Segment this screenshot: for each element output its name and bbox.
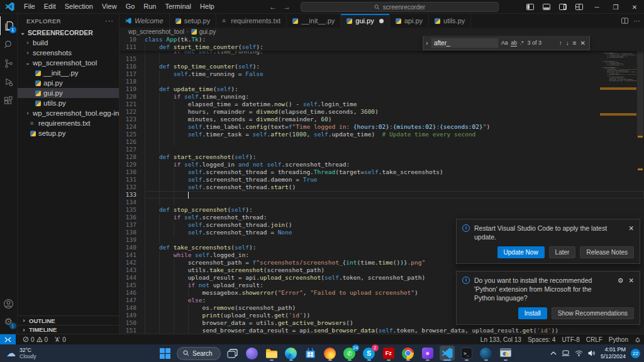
taskbar-copilot-icon[interactable] — [245, 346, 260, 361]
minimize-button[interactable]: ─ — [587, 0, 606, 14]
tree-item-wp_screenshot_tool.egg-info[interactable]: ›wp_screenshot_tool.egg-info — [18, 108, 119, 118]
customize-layout-icon[interactable] — [571, 0, 587, 14]
source-control-activity-icon[interactable] — [0, 54, 18, 73]
wifi-icon[interactable] — [575, 350, 583, 356]
tab-gui.py[interactable]: gui.py — [341, 14, 389, 28]
taskbar-task-view-icon[interactable] — [225, 346, 240, 361]
extensions-activity-icon[interactable] — [0, 92, 18, 111]
taskbar-edge-icon[interactable] — [284, 346, 299, 361]
indentation[interactable]: Spaces: 4 — [525, 336, 558, 343]
close-find-icon[interactable]: ✕ — [580, 40, 586, 47]
language-mode[interactable]: Python — [606, 336, 631, 343]
tree-item-api.py[interactable]: api.py — [18, 78, 119, 88]
explorer-actions-icon[interactable]: ··· — [105, 17, 114, 25]
update-now-button[interactable]: Update Now — [497, 246, 545, 258]
regex-icon[interactable]: .* — [520, 40, 524, 47]
taskbar-terminal-icon[interactable]: >_ — [459, 346, 474, 361]
minimap[interactable]: if not self.time_running: 115 116 def st… — [600, 36, 636, 224]
tray-device-icon[interactable] — [562, 350, 570, 356]
menu-terminal[interactable]: Terminal — [161, 0, 196, 13]
breadcrumb[interactable]: wp_screenshot_tool › gui.py — [119, 28, 644, 36]
taskbar-wallet-icon[interactable]: ☻ — [420, 346, 435, 361]
notifications-bell-icon[interactable] — [631, 336, 644, 343]
more-actions-icon[interactable]: ··· — [633, 17, 640, 25]
close-notification-icon[interactable]: ✕ — [628, 224, 634, 241]
taskbar-whatsapp-icon[interactable]: ✆ 24 — [342, 346, 357, 361]
taskbar-store-icon[interactable] — [303, 346, 318, 361]
find-input[interactable]: after_ — [431, 38, 499, 48]
tree-item-utils.py[interactable]: utils.py — [18, 98, 119, 108]
taskbar-firefox-icon[interactable] — [323, 346, 338, 361]
close-button[interactable]: ✕ — [625, 0, 644, 14]
tree-item-screenshots[interactable]: ›screenshots — [18, 48, 119, 58]
taskbar-skype-icon[interactable]: S 2 — [362, 346, 377, 361]
notification-settings-icon[interactable]: ⚙ — [618, 276, 623, 302]
menu-selection[interactable]: Selection — [60, 0, 97, 13]
tree-item-wp_screenshot_tool[interactable]: ⌄wp_screenshot_tool — [18, 58, 119, 68]
menu-view[interactable]: View — [97, 0, 121, 13]
close-notification-icon[interactable]: ✕ — [628, 276, 634, 302]
ports-indicator[interactable]: 0 — [51, 334, 69, 344]
menu-go[interactable]: Go — [121, 0, 140, 13]
clock[interactable]: 4:01 PM5/12/2024 — [601, 346, 626, 360]
install-button[interactable]: Install — [518, 307, 547, 319]
menu-run[interactable]: Run — [139, 0, 160, 13]
panel-outline[interactable]: ›OUTLINE — [18, 316, 119, 325]
tab-__init__.py[interactable]: __init__.py — [287, 14, 341, 28]
account-icon[interactable] — [0, 295, 18, 312]
later-button[interactable]: Later — [549, 246, 576, 258]
taskbar-filezilla-icon[interactable]: Fz — [381, 346, 396, 361]
find-in-selection-icon[interactable]: ≡ — [573, 40, 577, 47]
weather-widget[interactable]: ☁ 32°C Cloudy — [0, 347, 36, 359]
volume-icon[interactable] — [588, 350, 596, 356]
command-center-search[interactable]: screenrecorder — [301, 2, 499, 12]
breadcrumb-folder[interactable]: wp_screenshot_tool — [128, 28, 184, 35]
taskbar-vscode-icon[interactable] — [440, 346, 455, 361]
toggle-replace-icon[interactable]: › — [423, 40, 431, 47]
tree-item-gui.py[interactable]: gui.py — [18, 88, 119, 98]
tab-setup.py[interactable]: setup.py — [170, 14, 217, 28]
show-recommendations-button[interactable]: Show Recommendations — [552, 307, 634, 319]
taskbar-python-app-icon[interactable] — [498, 346, 513, 361]
menu-file[interactable]: File — [19, 0, 40, 13]
encoding[interactable]: UTF-8 — [558, 336, 582, 343]
toggle-secondary-sidebar-icon[interactable] — [555, 0, 571, 14]
match-case-icon[interactable]: Aa — [501, 40, 508, 47]
tab-welcome[interactable]: Welcome — [119, 14, 170, 28]
find-next-icon[interactable]: ↓ — [566, 40, 569, 47]
split-editor-icon[interactable] — [621, 18, 628, 24]
menu-help[interactable]: Help — [196, 0, 219, 13]
taskbar-chrome-icon[interactable] — [401, 346, 416, 361]
problems-indicator[interactable]: 0 0 — [19, 334, 51, 344]
explorer-activity-icon[interactable]: 1 — [0, 16, 18, 35]
cursor-position[interactable]: Ln 133, Col 13 — [477, 336, 525, 343]
tree-item-requirements.txt[interactable]: ≡requirements.txt — [18, 118, 119, 128]
restore-button[interactable]: ❐ — [606, 0, 625, 14]
taskbar-start-icon[interactable] — [157, 346, 172, 361]
taskbar-file-explorer-icon[interactable] — [264, 346, 279, 361]
breadcrumb-file[interactable]: gui.py — [199, 28, 216, 35]
settings-gear-icon[interactable]: ⚙ 1 — [0, 312, 18, 331]
search-activity-icon[interactable] — [0, 35, 18, 54]
nav-forward-icon[interactable]: → — [283, 3, 291, 11]
menu-edit[interactable]: Edit — [40, 0, 60, 13]
notification-count-badge[interactable]: 22 — [631, 349, 640, 358]
tree-item-screenrecorder[interactable]: ⌄SCREENRECORDER — [18, 28, 119, 38]
tab-utils.py[interactable]: utils.py — [429, 14, 471, 28]
tab-api.py[interactable]: api.py — [390, 14, 429, 28]
tray-chevron-up-icon[interactable] — [550, 351, 557, 355]
whole-word-icon[interactable]: ab — [511, 40, 516, 47]
tree-item-__init__.py[interactable]: __init__.py — [18, 68, 119, 78]
eol-sequence[interactable]: CRLF — [583, 336, 606, 343]
release-notes-button[interactable]: Release Notes — [580, 246, 634, 258]
toggle-sidebar-icon[interactable] — [522, 0, 538, 14]
tab-requirements.txt[interactable]: ≡requirements.txt — [216, 14, 287, 28]
toggle-panel-icon[interactable] — [538, 0, 555, 14]
run-debug-activity-icon[interactable] — [0, 73, 18, 92]
tree-item-setup.py[interactable]: setup.py — [18, 128, 119, 138]
nav-back-icon[interactable]: ← — [269, 3, 277, 11]
taskbar-search[interactable]: Search — [177, 347, 221, 360]
taskbar-fish-app-icon[interactable] — [479, 346, 494, 361]
panel-timeline[interactable]: ›TIMELINE — [18, 325, 119, 334]
remote-indicator[interactable] — [0, 334, 16, 344]
